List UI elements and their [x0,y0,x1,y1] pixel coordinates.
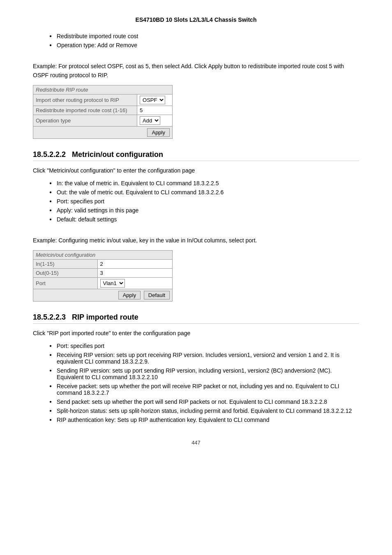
metricin-port-select[interactable]: Vlan1 [100,279,125,288]
rip-row1-label: Import other routing protocol to RIP [33,94,137,106]
section1-bullet-5: Default: default settings [49,216,359,223]
rip-apply-button[interactable]: Apply [147,128,170,137]
section2-bullet-1: Port: specifies port [49,343,359,349]
section2-intro: Click "RIP port imported route" to enter… [33,329,359,338]
metricin-apply-button[interactable]: Apply [118,291,141,299]
table-row: Out(0-15) 3 [33,268,173,277]
table-row: Import other routing protocol to RIP OSP… [33,94,173,106]
section1-number: 18.5.2.2.2 [33,150,66,159]
section1-bullet-3: Port: specifies port [49,198,359,205]
metricin-apply-row: Apply Default [33,289,173,301]
table-row: Port Vlan1 [33,277,173,289]
page-number: 447 [33,440,359,446]
table-row: Operation type Add [33,115,173,126]
intro-bullet-1: Redistribute imported route cost [49,33,359,39]
section2-bullet-list: Port: specifies port Receiving RIP versi… [49,343,359,423]
section2-bullet-7: RIP authentication key: Sets up RIP auth… [49,417,359,423]
section2-heading: 18.5.2.2.3 RIP imported route [33,313,359,324]
section2-title: RIP imported route [72,313,138,321]
metricin-row2-label: Out(0-15) [33,268,98,277]
metricin-table-title: Metricin/out configuration [33,250,173,259]
section2-bullet-6: Split-horizon status: sets up split-hori… [49,408,359,414]
metricin-row3-label: Port [33,277,98,289]
metricin-row1-value: 2 [97,259,172,268]
section1-bullet-1: In: the value of metric in. Equivalent t… [49,180,359,187]
rip-row3-label: Operation type [33,115,137,126]
intro-example: Example: For protocol select OSPF, cost … [33,62,359,80]
intro-bullet-2: Operation type: Add or Remove [49,42,359,48]
metricin-row1-label: In(1-15) [33,259,98,268]
section1-bullet-2: Out: the vale of metric out. Equivalent … [49,189,359,196]
rip-operation-select[interactable]: Add [140,116,160,125]
rip-row2-label: Redistribute imported route cost (1-16) [33,106,137,115]
section1-title: Metricin/out configuration [72,150,163,159]
section1-example: Example: Configuring metric in/out value… [33,236,359,245]
section2-bullet-2: Receiving RIP version: sets up port rece… [49,352,359,365]
rip-row3-value[interactable]: Add [137,115,173,126]
section1-bullet-list: In: the value of metric in. Equivalent t… [49,180,359,223]
metricin-table: Metricin/out configuration In(1-15) 2 Ou… [33,250,173,302]
rip-apply-row: Apply [33,126,173,138]
section1-intro: Click "Metricin/out configuration" to en… [33,166,359,175]
rip-route-table: Redistribute RIP route Import other rout… [33,85,173,139]
section1-heading: 18.5.2.2.2 Metricin/out configuration [33,150,359,161]
rip-table-title: Redistribute RIP route [33,85,173,94]
section2-bullet-3: Sending RIP version: sets up port sendin… [49,367,359,380]
metricin-row3-value[interactable]: Vlan1 [97,277,172,289]
table-row: Redistribute imported route cost (1-16) … [33,106,173,115]
page-title: ES4710BD 10 Slots L2/L3/L4 Chassis Switc… [33,16,359,23]
table-row: In(1-15) 2 [33,259,173,268]
metricin-default-button[interactable]: Default [144,291,170,299]
rip-row2-value: 5 [137,106,173,115]
section2-bullet-5: Send packet: sets up whether the port wi… [49,398,359,405]
section2-number: 18.5.2.2.3 [33,313,66,321]
rip-protocol-select[interactable]: OSPF [140,96,165,104]
intro-bullet-list: Redistribute imported route cost Operati… [49,33,359,48]
section2-bullet-4: Receive packet: sets up whether the port… [49,383,359,396]
section1-bullet-4: Apply: valid settings in this page [49,207,359,214]
rip-row1-value[interactable]: OSPF [137,94,173,106]
metricin-row2-value: 3 [97,268,172,277]
